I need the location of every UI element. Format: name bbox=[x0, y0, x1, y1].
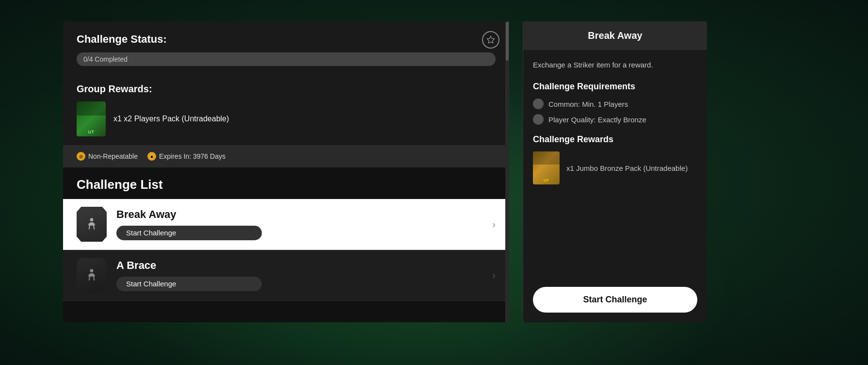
req-dot-2 bbox=[533, 114, 544, 125]
challenge-info-break-away: Break Away Start Challenge bbox=[116, 208, 487, 240]
right-panel-body: Exchange a Striker item for a reward. Ch… bbox=[523, 50, 707, 277]
non-repeatable-badge: ⊘ Non-Repeatable bbox=[77, 152, 138, 161]
svg-line-3 bbox=[94, 226, 94, 230]
scrollbar-thumb[interactable] bbox=[506, 22, 509, 61]
progress-text: 0/4 Completed bbox=[83, 55, 128, 63]
left-panel: Challenge Status: 0/4 Completed Group Re… bbox=[63, 21, 509, 322]
challenge-reward-row: UT x1 Jumbo Bronze Pack (Untradeable) bbox=[533, 151, 697, 184]
start-bar-a-brace[interactable]: Start Challenge bbox=[116, 277, 262, 291]
req-dot-1 bbox=[533, 99, 544, 109]
challenge-description: Exchange a Striker item for a reward. bbox=[533, 60, 697, 70]
start-text-a-brace: Start Challenge bbox=[126, 280, 176, 288]
star-icon bbox=[486, 35, 495, 44]
pack-icon-green: UT bbox=[77, 101, 106, 136]
chevron-right-icon-break-away: › bbox=[492, 219, 496, 230]
progress-bar: 0/4 Completed bbox=[77, 52, 496, 66]
svg-point-1 bbox=[90, 218, 94, 221]
start-bar-break-away[interactable]: Start Challenge bbox=[116, 226, 262, 240]
challenge-status-section: Challenge Status: 0/4 Completed bbox=[63, 21, 509, 75]
pack-icon-label: UT bbox=[77, 130, 106, 134]
group-reward-item: UT x1 x2 Players Pack (Untradeable) bbox=[77, 101, 496, 136]
svg-line-6 bbox=[94, 277, 94, 281]
challenge-list-section: Challenge List Break Away Start Challeng… bbox=[63, 167, 509, 322]
group-rewards-title: Group Rewards: bbox=[77, 83, 496, 95]
group-reward-text: x1 x2 Players Pack (Untradeable) bbox=[113, 115, 229, 123]
svg-point-4 bbox=[90, 269, 94, 272]
requirements-title: Challenge Requirements bbox=[533, 82, 697, 92]
expires-label: Expires In: 3976 Days bbox=[159, 152, 225, 160]
challenge-info-a-brace: A Brace Start Challenge bbox=[116, 259, 487, 291]
req-text-2: Player Quality: Exactly Bronze bbox=[548, 116, 646, 124]
challenge-status-title: Challenge Status: bbox=[77, 33, 496, 46]
challenge-item-a-brace[interactable]: A Brace Start Challenge › bbox=[63, 250, 509, 301]
info-bar: ⊘ Non-Repeatable ● Expires In: 3976 Days bbox=[63, 145, 509, 167]
requirement-item-2: Player Quality: Exactly Bronze bbox=[533, 114, 697, 125]
player-icon-2 bbox=[84, 267, 99, 283]
scrollbar[interactable] bbox=[505, 21, 509, 322]
no-repeat-icon: ⊘ bbox=[77, 152, 85, 161]
group-rewards-section: Group Rewards: UT x1 x2 Players Pack (Un… bbox=[63, 75, 509, 145]
challenge-badge-break-away bbox=[77, 207, 107, 242]
challenge-rewards-title: Challenge Rewards bbox=[533, 134, 697, 145]
right-panel-header: Break Away bbox=[523, 21, 707, 50]
challenge-item-break-away[interactable]: Break Away Start Challenge › bbox=[63, 199, 509, 250]
start-challenge-button[interactable]: Start Challenge bbox=[533, 287, 697, 313]
challenge-badge-a-brace bbox=[77, 258, 107, 293]
bronze-pack-icon: UT bbox=[533, 151, 560, 184]
challenge-list-title: Challenge List bbox=[77, 177, 496, 192]
right-panel-title: Break Away bbox=[533, 30, 697, 41]
svg-line-2 bbox=[89, 226, 90, 230]
requirement-item-1: Common: Min. 1 Players bbox=[533, 99, 697, 109]
start-text-break-away: Start Challenge bbox=[126, 229, 176, 237]
chevron-right-icon-a-brace: › bbox=[492, 270, 496, 281]
expires-icon: ● bbox=[147, 152, 156, 161]
challenge-name-a-brace: A Brace bbox=[116, 259, 487, 272]
challenge-list-header: Challenge List bbox=[63, 167, 509, 199]
player-icon bbox=[84, 216, 99, 232]
challenge-reward-desc: x1 Jumbo Bronze Pack (Untradeable) bbox=[566, 163, 688, 173]
bronze-pack-label: UT bbox=[533, 178, 560, 182]
challenge-name-break-away: Break Away bbox=[116, 208, 487, 221]
req-text-1: Common: Min. 1 Players bbox=[548, 100, 628, 108]
svg-marker-0 bbox=[487, 36, 495, 43]
svg-line-5 bbox=[89, 277, 90, 281]
right-panel: Break Away Exchange a Striker item for a… bbox=[523, 21, 707, 322]
expires-badge: ● Expires In: 3976 Days bbox=[147, 152, 225, 161]
non-repeatable-label: Non-Repeatable bbox=[88, 152, 138, 160]
favorite-button[interactable] bbox=[482, 31, 499, 49]
